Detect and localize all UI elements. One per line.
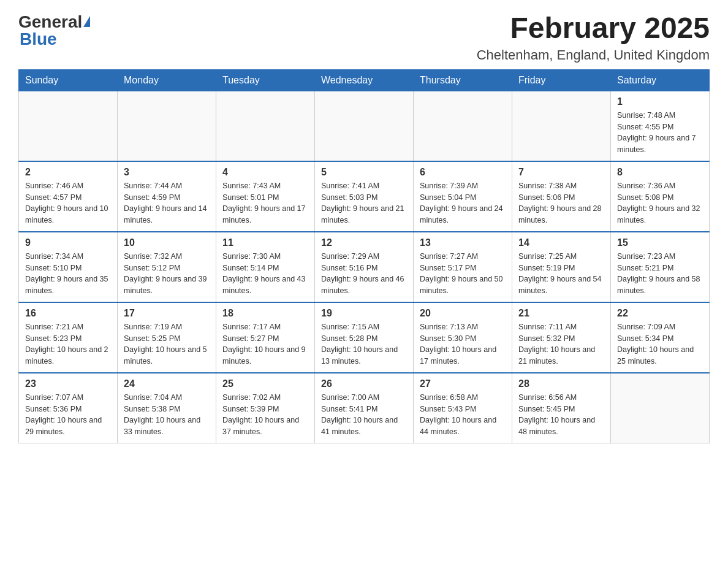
day-number: 15	[617, 237, 703, 248]
day-info: Sunrise: 7:44 AMSunset: 4:59 PMDaylight:…	[124, 180, 210, 226]
day-number: 24	[124, 378, 210, 389]
table-row: 27Sunrise: 6:58 AMSunset: 5:43 PMDayligh…	[414, 373, 512, 443]
day-number: 1	[617, 96, 703, 107]
table-row: 17Sunrise: 7:19 AMSunset: 5:25 PMDayligh…	[118, 302, 216, 373]
day-number: 17	[124, 308, 210, 319]
table-row: 15Sunrise: 7:23 AMSunset: 5:21 PMDayligh…	[611, 232, 710, 302]
header-wednesday: Wednesday	[315, 69, 414, 91]
logo-triangle-icon	[83, 16, 90, 27]
table-row: 12Sunrise: 7:29 AMSunset: 5:16 PMDayligh…	[315, 232, 414, 302]
day-number: 25	[222, 378, 308, 389]
table-row: 1Sunrise: 7:48 AMSunset: 4:55 PMDaylight…	[611, 91, 710, 161]
header-sunday: Sunday	[19, 69, 118, 91]
day-info: Sunrise: 7:07 AMSunset: 5:36 PMDaylight:…	[25, 392, 111, 438]
day-number: 20	[420, 308, 506, 319]
day-number: 3	[124, 167, 210, 178]
calendar-header-row: Sunday Monday Tuesday Wednesday Thursday…	[19, 69, 710, 91]
header-saturday: Saturday	[611, 69, 710, 91]
location: Cheltenham, England, United Kingdom	[477, 47, 710, 63]
day-number: 5	[321, 167, 407, 178]
day-info: Sunrise: 7:36 AMSunset: 5:08 PMDaylight:…	[617, 180, 703, 226]
table-row: 3Sunrise: 7:44 AMSunset: 4:59 PMDaylight…	[118, 161, 216, 232]
day-number: 10	[124, 237, 210, 248]
day-number: 12	[321, 237, 407, 248]
day-info: Sunrise: 7:09 AMSunset: 5:34 PMDaylight:…	[617, 321, 703, 367]
table-row: 9Sunrise: 7:34 AMSunset: 5:10 PMDaylight…	[19, 232, 118, 302]
table-row	[216, 91, 315, 161]
day-number: 13	[420, 237, 506, 248]
day-info: Sunrise: 7:39 AMSunset: 5:04 PMDaylight:…	[420, 180, 506, 226]
table-row: 19Sunrise: 7:15 AMSunset: 5:28 PMDayligh…	[315, 302, 414, 373]
day-number: 14	[518, 237, 604, 248]
table-row	[19, 91, 118, 161]
day-number: 26	[321, 378, 407, 389]
day-number: 7	[518, 167, 604, 178]
month-title: February 2025	[477, 12, 710, 45]
table-row: 6Sunrise: 7:39 AMSunset: 5:04 PMDaylight…	[414, 161, 512, 232]
table-row	[118, 91, 216, 161]
title-section: February 2025 Cheltenham, England, Unite…	[477, 12, 710, 63]
table-row: 8Sunrise: 7:36 AMSunset: 5:08 PMDaylight…	[611, 161, 710, 232]
day-number: 18	[222, 308, 308, 319]
table-row: 23Sunrise: 7:07 AMSunset: 5:36 PMDayligh…	[19, 373, 118, 443]
header-monday: Monday	[118, 69, 216, 91]
day-info: Sunrise: 6:56 AMSunset: 5:45 PMDaylight:…	[518, 392, 604, 438]
day-info: Sunrise: 7:46 AMSunset: 4:57 PMDaylight:…	[25, 180, 111, 226]
logo: General Blue	[18, 12, 90, 49]
day-info: Sunrise: 7:38 AMSunset: 5:06 PMDaylight:…	[518, 180, 604, 226]
table-row: 25Sunrise: 7:02 AMSunset: 5:39 PMDayligh…	[216, 373, 315, 443]
table-row: 10Sunrise: 7:32 AMSunset: 5:12 PMDayligh…	[118, 232, 216, 302]
table-row	[512, 91, 611, 161]
day-number: 19	[321, 308, 407, 319]
day-number: 28	[518, 378, 604, 389]
calendar-table: Sunday Monday Tuesday Wednesday Thursday…	[18, 69, 710, 443]
page-header: General Blue February 2025 Cheltenham, E…	[18, 12, 710, 63]
day-info: Sunrise: 7:29 AMSunset: 5:16 PMDaylight:…	[321, 251, 407, 297]
day-info: Sunrise: 7:17 AMSunset: 5:27 PMDaylight:…	[222, 321, 308, 367]
day-info: Sunrise: 7:21 AMSunset: 5:23 PMDaylight:…	[25, 321, 111, 367]
table-row: 28Sunrise: 6:56 AMSunset: 5:45 PMDayligh…	[512, 373, 611, 443]
table-row: 5Sunrise: 7:41 AMSunset: 5:03 PMDaylight…	[315, 161, 414, 232]
day-info: Sunrise: 7:27 AMSunset: 5:17 PMDaylight:…	[420, 251, 506, 297]
day-info: Sunrise: 7:25 AMSunset: 5:19 PMDaylight:…	[518, 251, 604, 297]
day-number: 11	[222, 237, 308, 248]
day-info: Sunrise: 7:41 AMSunset: 5:03 PMDaylight:…	[321, 180, 407, 226]
header-friday: Friday	[512, 69, 611, 91]
day-number: 23	[25, 378, 111, 389]
day-info: Sunrise: 7:30 AMSunset: 5:14 PMDaylight:…	[222, 251, 308, 297]
logo-blue-text: Blue	[20, 29, 57, 49]
table-row: 4Sunrise: 7:43 AMSunset: 5:01 PMDaylight…	[216, 161, 315, 232]
day-info: Sunrise: 7:00 AMSunset: 5:41 PMDaylight:…	[321, 392, 407, 438]
calendar-week-row: 16Sunrise: 7:21 AMSunset: 5:23 PMDayligh…	[19, 302, 710, 373]
table-row: 26Sunrise: 7:00 AMSunset: 5:41 PMDayligh…	[315, 373, 414, 443]
calendar-week-row: 2Sunrise: 7:46 AMSunset: 4:57 PMDaylight…	[19, 161, 710, 232]
table-row: 11Sunrise: 7:30 AMSunset: 5:14 PMDayligh…	[216, 232, 315, 302]
header-tuesday: Tuesday	[216, 69, 315, 91]
calendar-week-row: 1Sunrise: 7:48 AMSunset: 4:55 PMDaylight…	[19, 91, 710, 161]
day-info: Sunrise: 6:58 AMSunset: 5:43 PMDaylight:…	[420, 392, 506, 438]
table-row: 2Sunrise: 7:46 AMSunset: 4:57 PMDaylight…	[19, 161, 118, 232]
day-number: 6	[420, 167, 506, 178]
table-row: 22Sunrise: 7:09 AMSunset: 5:34 PMDayligh…	[611, 302, 710, 373]
table-row: 21Sunrise: 7:11 AMSunset: 5:32 PMDayligh…	[512, 302, 611, 373]
day-number: 4	[222, 167, 308, 178]
table-row: 20Sunrise: 7:13 AMSunset: 5:30 PMDayligh…	[414, 302, 512, 373]
day-info: Sunrise: 7:32 AMSunset: 5:12 PMDaylight:…	[124, 251, 210, 297]
table-row: 13Sunrise: 7:27 AMSunset: 5:17 PMDayligh…	[414, 232, 512, 302]
table-row: 7Sunrise: 7:38 AMSunset: 5:06 PMDaylight…	[512, 161, 611, 232]
calendar-week-row: 9Sunrise: 7:34 AMSunset: 5:10 PMDaylight…	[19, 232, 710, 302]
day-number: 16	[25, 308, 111, 319]
day-info: Sunrise: 7:15 AMSunset: 5:28 PMDaylight:…	[321, 321, 407, 367]
day-number: 8	[617, 167, 703, 178]
day-info: Sunrise: 7:43 AMSunset: 5:01 PMDaylight:…	[222, 180, 308, 226]
day-info: Sunrise: 7:19 AMSunset: 5:25 PMDaylight:…	[124, 321, 210, 367]
table-row	[414, 91, 512, 161]
table-row	[611, 373, 710, 443]
day-number: 9	[25, 237, 111, 248]
day-number: 21	[518, 308, 604, 319]
day-info: Sunrise: 7:34 AMSunset: 5:10 PMDaylight:…	[25, 251, 111, 297]
day-number: 22	[617, 308, 703, 319]
table-row: 24Sunrise: 7:04 AMSunset: 5:38 PMDayligh…	[118, 373, 216, 443]
day-info: Sunrise: 7:02 AMSunset: 5:39 PMDaylight:…	[222, 392, 308, 438]
table-row	[315, 91, 414, 161]
